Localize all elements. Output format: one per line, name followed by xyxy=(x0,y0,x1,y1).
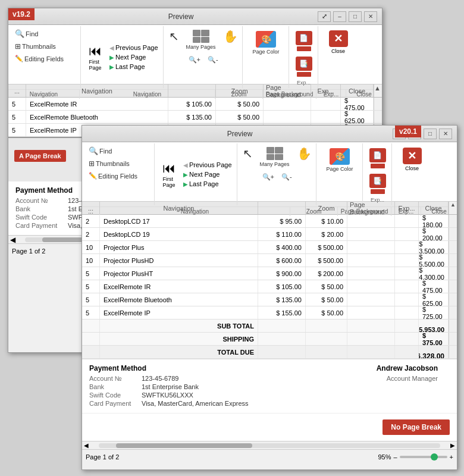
page-color-btn-1[interactable]: 🎨 Page Color xyxy=(249,29,284,57)
table-row: 2 DesktopLCD 17 $ 95.00 $ 10.00 $ 180.00 xyxy=(82,215,457,228)
swift-label-2: Swift Code xyxy=(89,392,137,399)
version-badge-2: v20.1 xyxy=(395,126,421,137)
scroll-track-2[interactable] xyxy=(99,443,440,448)
table-row: 5 ExcelRemote IR $ 105.00 $ 50.00 $ 475.… xyxy=(8,98,382,111)
window-title-2: Preview xyxy=(87,130,393,138)
zoom-in-1[interactable]: 🔍+ xyxy=(186,54,203,65)
hand-icon-1: ✋ xyxy=(223,29,238,43)
cursor-btn-2[interactable]: ↖ xyxy=(241,145,255,170)
page-status-2: Page 1 of 2 xyxy=(86,453,119,461)
prev-icon-1: ◀ xyxy=(109,45,114,51)
export-icon2-1: 📑 xyxy=(296,57,312,71)
last-page-btn-1[interactable]: ▶ Last Page xyxy=(107,62,161,71)
first-page-icon-1: ⏮ xyxy=(89,43,102,59)
prev-page-btn-1[interactable]: ◀ Previous Page xyxy=(107,43,161,52)
thumbnails-btn-1[interactable]: ⊞ Thumbnails xyxy=(12,40,78,52)
export-icon-2a: 📄 xyxy=(369,148,386,162)
first-page-icon-2: ⏮ xyxy=(162,161,175,176)
expand-btn-1[interactable]: ⤢ xyxy=(318,11,331,22)
prev-page-btn-2[interactable]: ◀ Previous Page xyxy=(181,160,234,170)
total-row: TOTAL DUE $ 36,328.00 xyxy=(82,346,457,359)
page-break-label-1: A Page Break xyxy=(14,150,66,162)
minimize-btn-1[interactable]: – xyxy=(333,11,346,22)
close-btn-red-2[interactable]: ✕ Close xyxy=(398,146,427,173)
many-pages-icon-2 xyxy=(267,147,283,160)
bank-value-2: 1st Enterprise Bank xyxy=(142,383,199,390)
table-row: 5 Projector PlusHT $ 900.00 $ 200.00 $ 4… xyxy=(82,267,457,280)
table-row: 5 ExcelRemote IR $ 105.00 $ 50.00 $ 475.… xyxy=(82,280,457,293)
next-page-btn-2[interactable]: ▶ Next Page xyxy=(181,170,234,179)
hand-btn-2[interactable]: ✋ xyxy=(295,145,313,170)
zoom-controls-2: 95% – + xyxy=(378,453,453,461)
last-icon-1: ▶ xyxy=(109,64,114,70)
account-label-2: Account № xyxy=(89,375,137,382)
nav-arrows-2: ◀ Previous Page ▶ Next Page ▶ Last Page xyxy=(181,160,234,189)
close-btn-1[interactable]: ✕ xyxy=(364,11,377,22)
col-bg-1: Page Background xyxy=(264,84,311,97)
export-btn2-2[interactable]: 📑 xyxy=(366,171,389,196)
editing-fields-btn-1[interactable]: ✏️ Editing Fields xyxy=(12,53,78,64)
first-page-btn-1[interactable]: ⏮ FirstPage xyxy=(84,42,106,73)
page-color-icon-2: 🎨 xyxy=(330,148,350,165)
scroll-up-2[interactable]: ▲ xyxy=(449,202,457,214)
version-badge-1: v19.2 xyxy=(8,8,35,20)
zoom-in-2[interactable]: 🔍+ xyxy=(259,171,277,183)
next-icon-1: ▶ xyxy=(109,54,114,61)
editing-fields-btn-2[interactable]: ✏️ Editing Fields xyxy=(86,170,152,181)
zoom-slider-2[interactable] xyxy=(400,456,447,458)
last-page-btn-2[interactable]: ▶ Last Page xyxy=(181,179,234,189)
export-btn-1[interactable]: 📄 xyxy=(293,29,315,54)
many-pages-btn-2[interactable]: Many Pages xyxy=(256,145,294,170)
payment-title-2: Payment Method xyxy=(89,364,249,372)
close-btn-red-1[interactable]: ✕ Close xyxy=(324,29,353,56)
shipping-row: SHIPPING $ 375.00 xyxy=(82,333,457,346)
no-page-break-area: No Page Break xyxy=(82,413,457,441)
first-page-btn-2[interactable]: ⏮ FirstPage xyxy=(158,159,180,190)
many-pages-btn-1[interactable]: Many Pages xyxy=(182,27,220,52)
zoom-level-2: 95% xyxy=(378,453,391,461)
account-label-1: Account № xyxy=(15,197,63,204)
table-2: 2 DesktopLCD 17 $ 95.00 $ 10.00 $ 180.00… xyxy=(82,215,457,359)
no-page-break-btn[interactable]: No Page Break xyxy=(383,419,450,435)
page-color-icon-1: 🎨 xyxy=(256,31,276,48)
page-color-btn-2[interactable]: 🎨 Page Color xyxy=(322,146,358,174)
find-btn-2[interactable]: 🔍 Find xyxy=(86,145,152,157)
scroll-arrow-1[interactable]: ▲ xyxy=(374,84,382,97)
zoom-out-icon-1: 🔍- xyxy=(208,56,218,64)
zoom-plus-icon-2[interactable]: + xyxy=(450,453,453,461)
col-header-2: ... Navigation Zoom Page Background Exp.… xyxy=(82,202,457,215)
close-btn-2[interactable]: ✕ xyxy=(439,129,452,139)
scroll-right-2[interactable]: ▶ xyxy=(449,442,457,449)
zoom-out-1[interactable]: 🔍- xyxy=(205,54,221,65)
ribbon-2: 🔍 Find ⊞ Thumbnails ✏️ Editing Fields ⏮ … xyxy=(82,142,457,202)
next-page-btn-1[interactable]: ▶ Next Page xyxy=(107,52,161,62)
table-row: 10 Projector Plus $ 400.00 $ 500.00 $ 3,… xyxy=(82,241,457,254)
hand-icon-2: ✋ xyxy=(297,146,312,161)
hand-btn-1[interactable]: ✋ xyxy=(221,27,240,52)
col-zoom-1: Zoom xyxy=(216,84,264,97)
export-btn2-1[interactable]: 📑 xyxy=(293,54,315,79)
maximize-btn-2[interactable]: □ xyxy=(424,129,437,139)
zoom-out-icon-2: 🔍- xyxy=(281,173,292,181)
find-btn-1[interactable]: 🔍 Find xyxy=(12,27,78,40)
card-label-2: Card Payment xyxy=(89,400,137,407)
maximize-btn-1[interactable]: □ xyxy=(349,11,362,22)
scroll-left-2[interactable]: ◀ xyxy=(82,442,90,449)
export-btn-2[interactable]: 📄 xyxy=(366,146,389,171)
zoom-thumb-2 xyxy=(431,453,438,461)
zoom-out-2[interactable]: 🔍- xyxy=(278,171,295,183)
zoom-minus-icon-2[interactable]: – xyxy=(393,453,397,461)
scroll-area-2: ◀ ▶ xyxy=(82,441,457,449)
scroll-left-1[interactable]: ◀ xyxy=(8,236,17,244)
cursor-btn-1[interactable]: ↖ xyxy=(167,27,181,52)
edit-icon-2: ✏️ xyxy=(89,172,97,180)
table-row: 5 ExcelRemote Bluetooth $ 135.00 $ 50.00… xyxy=(8,111,382,124)
scroll-thumb-2 xyxy=(116,443,253,448)
table-row: 5 ExcelRemote Bluetooth $ 135.00 $ 50.00… xyxy=(82,293,457,306)
thumbnails-btn-2[interactable]: ⊞ Thumbnails xyxy=(86,158,152,170)
close-icon-red-1: ✕ xyxy=(329,30,348,47)
nav-arrows-1: ◀ Previous Page ▶ Next Page ▶ Last Page xyxy=(107,43,161,71)
col-close-1: Close xyxy=(341,84,374,97)
nav-group-2: ⏮ FirstPage ◀ Previous Page ▶ Next Page … xyxy=(156,143,237,205)
title-bar-controls-1: ⤢ – □ ✕ xyxy=(318,11,377,22)
